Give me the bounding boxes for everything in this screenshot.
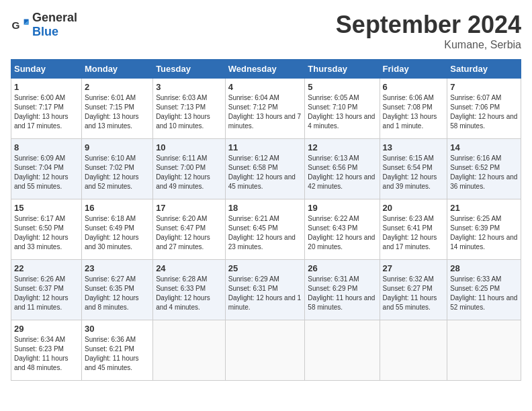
day-info: Sunrise: 6:03 AM Sunset: 7:13 PM Dayligh… xyxy=(156,93,222,131)
calendar-week-row: 15 Sunrise: 6:17 AM Sunset: 6:50 PM Dayl… xyxy=(11,199,521,260)
day-info: Sunrise: 6:28 AM Sunset: 6:33 PM Dayligh… xyxy=(156,275,222,312)
day-info: Sunrise: 6:11 AM Sunset: 7:00 PM Dayligh… xyxy=(156,154,222,191)
day-info: Sunrise: 6:04 AM Sunset: 7:12 PM Dayligh… xyxy=(228,93,302,131)
table-row: 30 Sunrise: 6:36 AM Sunset: 6:21 PM Dayl… xyxy=(81,320,152,381)
table-row: 27 Sunrise: 6:32 AM Sunset: 6:27 PM Dayl… xyxy=(380,260,447,320)
svg-text:G: G xyxy=(11,19,19,31)
day-number: 27 xyxy=(383,263,445,273)
day-info: Sunrise: 6:07 AM Sunset: 7:06 PM Dayligh… xyxy=(450,93,518,131)
day-info: Sunrise: 6:21 AM Sunset: 6:45 PM Dayligh… xyxy=(228,214,302,252)
day-number: 11 xyxy=(228,142,302,152)
table-row: 20 Sunrise: 6:23 AM Sunset: 6:41 PM Dayl… xyxy=(380,199,447,260)
day-info: Sunrise: 6:20 AM Sunset: 6:47 PM Dayligh… xyxy=(156,214,222,252)
day-info: Sunrise: 6:15 AM Sunset: 6:54 PM Dayligh… xyxy=(383,154,445,191)
logo-general-text: General xyxy=(32,11,77,24)
day-number: 29 xyxy=(14,324,79,334)
day-number: 14 xyxy=(450,142,518,152)
day-info: Sunrise: 6:22 AM Sunset: 6:43 PM Dayligh… xyxy=(308,214,376,252)
table-row: 8 Sunrise: 6:09 AM Sunset: 7:04 PM Dayli… xyxy=(11,139,82,199)
day-info: Sunrise: 6:09 AM Sunset: 7:04 PM Dayligh… xyxy=(14,154,79,191)
day-info: Sunrise: 6:18 AM Sunset: 6:49 PM Dayligh… xyxy=(85,214,150,252)
day-number: 12 xyxy=(308,142,376,152)
logo: G General Blue xyxy=(11,11,77,39)
day-info: Sunrise: 6:27 AM Sunset: 6:35 PM Dayligh… xyxy=(85,275,150,312)
table-row: 22 Sunrise: 6:26 AM Sunset: 6:37 PM Dayl… xyxy=(11,260,82,320)
table-row: 11 Sunrise: 6:12 AM Sunset: 6:58 PM Dayl… xyxy=(225,139,305,199)
table-row xyxy=(225,320,305,381)
table-row: 12 Sunrise: 6:13 AM Sunset: 6:56 PM Dayl… xyxy=(305,139,380,199)
col-friday: Friday xyxy=(380,60,447,79)
day-number: 24 xyxy=(156,263,222,273)
location-title: Kumane, Serbia xyxy=(336,39,521,51)
table-row: 24 Sunrise: 6:28 AM Sunset: 6:33 PM Dayl… xyxy=(153,260,226,320)
day-number: 5 xyxy=(308,82,376,92)
calendar-week-row: 29 Sunrise: 6:34 AM Sunset: 6:23 PM Dayl… xyxy=(11,320,521,381)
col-sunday: Sunday xyxy=(11,60,82,79)
day-info: Sunrise: 6:34 AM Sunset: 6:23 PM Dayligh… xyxy=(14,335,79,373)
col-monday: Monday xyxy=(81,60,152,79)
table-row xyxy=(305,320,380,381)
calendar-week-row: 1 Sunrise: 6:00 AM Sunset: 7:17 PM Dayli… xyxy=(11,79,521,139)
table-row: 26 Sunrise: 6:31 AM Sunset: 6:29 PM Dayl… xyxy=(305,260,380,320)
day-number: 3 xyxy=(156,82,222,92)
day-info: Sunrise: 6:36 AM Sunset: 6:21 PM Dayligh… xyxy=(85,335,150,373)
day-number: 30 xyxy=(85,324,150,334)
table-row: 6 Sunrise: 6:06 AM Sunset: 7:08 PM Dayli… xyxy=(380,79,447,139)
table-row: 28 Sunrise: 6:33 AM Sunset: 6:25 PM Dayl… xyxy=(447,260,521,320)
day-number: 6 xyxy=(383,82,445,92)
table-row: 2 Sunrise: 6:01 AM Sunset: 7:15 PM Dayli… xyxy=(81,79,152,139)
day-info: Sunrise: 6:05 AM Sunset: 7:10 PM Dayligh… xyxy=(308,93,376,131)
day-number: 19 xyxy=(308,203,376,213)
day-number: 9 xyxy=(85,142,150,152)
day-info: Sunrise: 6:00 AM Sunset: 7:17 PM Dayligh… xyxy=(14,93,79,131)
calendar-header-row: Sunday Monday Tuesday Wednesday Thursday… xyxy=(11,60,521,79)
day-info: Sunrise: 6:17 AM Sunset: 6:50 PM Dayligh… xyxy=(14,214,79,252)
table-row: 25 Sunrise: 6:29 AM Sunset: 6:31 PM Dayl… xyxy=(225,260,305,320)
day-info: Sunrise: 6:10 AM Sunset: 7:02 PM Dayligh… xyxy=(85,154,150,191)
logo-icon: G xyxy=(11,15,30,34)
table-row: 15 Sunrise: 6:17 AM Sunset: 6:50 PM Dayl… xyxy=(11,199,82,260)
page-header: G General Blue September 2024 Kumane, Se… xyxy=(11,11,521,51)
day-number: 15 xyxy=(14,203,79,213)
day-number: 7 xyxy=(450,82,518,92)
month-title: September 2024 xyxy=(336,11,521,39)
day-number: 16 xyxy=(85,203,150,213)
day-info: Sunrise: 6:12 AM Sunset: 6:58 PM Dayligh… xyxy=(228,154,302,191)
day-number: 20 xyxy=(383,203,445,213)
logo-blue-text: Blue xyxy=(32,25,58,38)
day-info: Sunrise: 6:33 AM Sunset: 6:25 PM Dayligh… xyxy=(450,275,518,312)
col-saturday: Saturday xyxy=(447,60,521,79)
day-info: Sunrise: 6:13 AM Sunset: 6:56 PM Dayligh… xyxy=(308,154,376,191)
day-number: 8 xyxy=(14,142,79,152)
table-row: 19 Sunrise: 6:22 AM Sunset: 6:43 PM Dayl… xyxy=(305,199,380,260)
day-info: Sunrise: 6:01 AM Sunset: 7:15 PM Dayligh… xyxy=(85,93,150,131)
day-number: 21 xyxy=(450,203,518,213)
table-row: 7 Sunrise: 6:07 AM Sunset: 7:06 PM Dayli… xyxy=(447,79,521,139)
calendar-week-row: 8 Sunrise: 6:09 AM Sunset: 7:04 PM Dayli… xyxy=(11,139,521,199)
table-row: 10 Sunrise: 6:11 AM Sunset: 7:00 PM Dayl… xyxy=(153,139,226,199)
day-info: Sunrise: 6:29 AM Sunset: 6:31 PM Dayligh… xyxy=(228,275,302,312)
col-thursday: Thursday xyxy=(305,60,380,79)
day-number: 17 xyxy=(156,203,222,213)
table-row xyxy=(380,320,447,381)
table-row: 1 Sunrise: 6:00 AM Sunset: 7:17 PM Dayli… xyxy=(11,79,82,139)
calendar-week-row: 22 Sunrise: 6:26 AM Sunset: 6:37 PM Dayl… xyxy=(11,260,521,320)
day-info: Sunrise: 6:16 AM Sunset: 6:52 PM Dayligh… xyxy=(450,154,518,191)
day-number: 18 xyxy=(228,203,302,213)
day-number: 10 xyxy=(156,142,222,152)
day-number: 22 xyxy=(14,263,79,273)
table-row: 17 Sunrise: 6:20 AM Sunset: 6:47 PM Dayl… xyxy=(153,199,226,260)
day-info: Sunrise: 6:26 AM Sunset: 6:37 PM Dayligh… xyxy=(14,275,79,312)
col-tuesday: Tuesday xyxy=(153,60,226,79)
day-number: 1 xyxy=(14,82,79,92)
table-row: 13 Sunrise: 6:15 AM Sunset: 6:54 PM Dayl… xyxy=(380,139,447,199)
title-section: September 2024 Kumane, Serbia xyxy=(336,11,521,51)
day-number: 26 xyxy=(308,263,376,273)
table-row: 9 Sunrise: 6:10 AM Sunset: 7:02 PM Dayli… xyxy=(81,139,152,199)
table-row: 4 Sunrise: 6:04 AM Sunset: 7:12 PM Dayli… xyxy=(225,79,305,139)
table-row: 23 Sunrise: 6:27 AM Sunset: 6:35 PM Dayl… xyxy=(81,260,152,320)
calendar-table: Sunday Monday Tuesday Wednesday Thursday… xyxy=(11,59,521,381)
col-wednesday: Wednesday xyxy=(225,60,305,79)
table-row: 18 Sunrise: 6:21 AM Sunset: 6:45 PM Dayl… xyxy=(225,199,305,260)
day-info: Sunrise: 6:31 AM Sunset: 6:29 PM Dayligh… xyxy=(308,275,376,312)
